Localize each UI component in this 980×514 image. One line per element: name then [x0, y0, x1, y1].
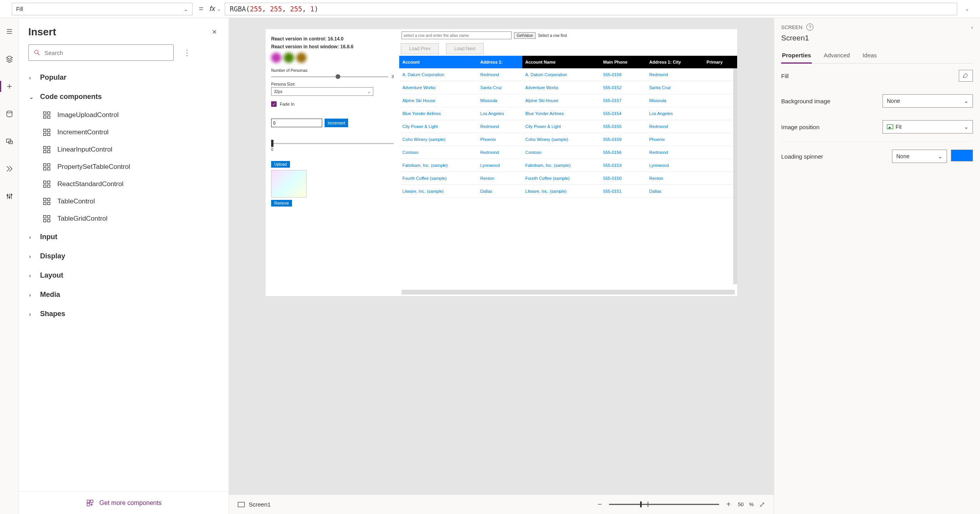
cell-link[interactable]: Missoula [649, 98, 666, 103]
breadcrumb[interactable]: Screen1 [238, 501, 271, 508]
canvas-viewport[interactable]: React version in control: 16.14.0 React … [229, 18, 774, 494]
linear-slider[interactable] [271, 143, 394, 144]
close-panel-button[interactable]: ✕ [209, 26, 219, 38]
cell-link[interactable]: Los Angeles [480, 111, 504, 116]
rail-hamburger[interactable] [0, 24, 19, 39]
formula-input[interactable]: RGBA(255, 255, 255, 1) [225, 3, 957, 15]
component-reactstandardcontrol[interactable]: ReactStandardControl [19, 176, 229, 193]
zoom-slider[interactable] [609, 504, 719, 505]
fill-color-button[interactable] [959, 70, 973, 82]
table-row[interactable]: Fourth Coffee (sample)RentonFourth Coffe… [399, 172, 737, 185]
column-header[interactable]: Primary [703, 56, 737, 68]
cell-link[interactable]: A. Datum Corporation [402, 72, 444, 77]
personas-slider[interactable]: 3 [271, 74, 394, 79]
cell-link[interactable]: Contoso [402, 150, 418, 155]
table-row[interactable]: City Power & LightRedmondCity Power & Li… [399, 120, 737, 133]
cell-link[interactable]: Coho Winery (sample) [402, 137, 445, 142]
cell-link[interactable]: Renton [480, 176, 494, 181]
cell-link[interactable]: Redmond [480, 124, 499, 129]
get-more-components-link[interactable]: Get more components [19, 491, 229, 514]
group-code-components[interactable]: ⌄Code components [19, 87, 229, 106]
cell-link[interactable]: Litware, Inc. (sample) [525, 189, 567, 194]
cell-link[interactable]: Redmond [480, 150, 499, 155]
search-input[interactable] [44, 49, 169, 56]
cell-link[interactable]: Fourth Coffee (sample) [402, 176, 447, 181]
cell-link[interactable]: 555-0152 [603, 85, 622, 90]
table-row[interactable]: ContosoRedmondContoso555-0156Redmond [399, 146, 737, 159]
overflow-menu-button[interactable]: ⋮ [180, 46, 194, 59]
rail-settings[interactable] [0, 188, 19, 204]
cell-link[interactable]: Coho Winery (sample) [525, 137, 568, 142]
increment-input[interactable] [271, 119, 322, 127]
zoom-out-button[interactable]: − [596, 500, 604, 509]
rail-power-automate[interactable] [0, 161, 19, 177]
component-tablecontrol[interactable]: TableControl [19, 193, 229, 210]
component-imageuploadcontrol[interactable]: ImageUploadControl [19, 106, 229, 124]
fullscreen-button[interactable]: ⤢ [759, 500, 765, 509]
group-media[interactable]: ›Media [19, 285, 229, 304]
cell-link[interactable]: Fourth Coffee (sample) [525, 176, 570, 181]
cell-link[interactable]: Phoenix [649, 137, 665, 142]
column-header[interactable]: Address 1: City [646, 56, 703, 68]
table-row[interactable]: Blue Yonder AirlinesLos AngelesBlue Yond… [399, 107, 737, 120]
cell-link[interactable]: 555-0154 [603, 111, 622, 116]
cell-link[interactable]: City Power & Light [402, 124, 438, 129]
cell-link[interactable]: City Power & Light [525, 124, 561, 129]
group-shapes[interactable]: ›Shapes [19, 304, 229, 324]
cell-link[interactable]: Santa Cruz [480, 85, 502, 90]
cell-link[interactable]: Redmond [649, 124, 668, 129]
cell-link[interactable]: Santa Cruz [649, 85, 671, 90]
tab-properties[interactable]: Properties [781, 49, 812, 63]
formula-expand-button[interactable]: ⌄ [961, 6, 973, 12]
zoom-in-button[interactable]: + [725, 500, 732, 509]
cell-link[interactable]: Lynnwood [649, 163, 669, 168]
cell-link[interactable]: 555-0151 [603, 189, 622, 194]
cell-link[interactable]: 555-0156 [603, 150, 622, 155]
group-layout[interactable]: ›Layout [19, 266, 229, 285]
component-linearinputcontrol[interactable]: LinearInputControl [19, 141, 229, 158]
table-row[interactable]: Adventure WorksSanta CruzAdventure Works… [399, 81, 737, 94]
fx-button[interactable]: fx ⌄ [210, 5, 221, 13]
cell-link[interactable]: 555-0158 [603, 72, 622, 77]
column-header[interactable]: Account [399, 56, 477, 68]
horizontal-scrollbar[interactable] [402, 290, 735, 294]
table-row[interactable]: Fabrikam, Inc. (sample)LynnwoodFabrikam,… [399, 159, 737, 172]
cell-link[interactable]: Litware, Inc. (sample) [402, 189, 444, 194]
cell-link[interactable]: 555-0155 [603, 124, 622, 129]
group-popular[interactable]: ›Popular [19, 68, 229, 87]
table-row[interactable]: Alpine Ski HouseMissoulaAlpine Ski House… [399, 94, 737, 107]
cell-link[interactable]: Blue Yonder Airlines [525, 111, 564, 116]
cell-link[interactable]: 555-0153 [603, 163, 622, 168]
cell-link[interactable]: Dallas [649, 189, 661, 194]
cell-link[interactable]: Renton [649, 176, 663, 181]
component-incrementcontrol[interactable]: IncrementControl [19, 124, 229, 141]
cell-link[interactable]: Alpine Ski House [402, 98, 435, 103]
loading-dropdown[interactable]: None⌄ [892, 150, 947, 163]
vertical-scrollbar[interactable] [733, 68, 737, 284]
cell-link[interactable]: Fabrikam, Inc. (sample) [402, 163, 448, 168]
upload-button[interactable]: Upload [271, 161, 290, 168]
cell-link[interactable]: A. Datum Corporation [525, 72, 567, 77]
group-input[interactable]: ›Input [19, 227, 229, 247]
cell-link[interactable]: Phoenix [480, 137, 496, 142]
cell-link[interactable]: Redmond [649, 72, 668, 77]
table-row[interactable]: Litware, Inc. (sample)DallasLitware, Inc… [399, 185, 737, 198]
cell-link[interactable]: Adventure Works [525, 85, 558, 90]
tab-ideas[interactable]: Ideas [862, 49, 878, 63]
chevron-right-icon[interactable]: › [971, 24, 973, 30]
tab-advanced[interactable]: Advanced [823, 49, 851, 63]
column-header[interactable]: Main Phone [600, 56, 646, 68]
remove-button[interactable]: Remove [271, 200, 292, 207]
table-row[interactable]: Coho Winery (sample)PhoenixCoho Winery (… [399, 133, 737, 146]
help-icon[interactable]: ? [806, 24, 813, 31]
cell-link[interactable]: Alpine Ski House [525, 98, 558, 103]
cell-link[interactable]: Los Angeles [649, 111, 673, 116]
increment-button[interactable]: Increment [325, 119, 348, 127]
cell-link[interactable]: Lynnwood [480, 163, 500, 168]
rail-media[interactable] [0, 134, 19, 149]
data-grid[interactable]: AccountAddress 1:Account NameMain PhoneA… [399, 56, 737, 290]
bgimage-dropdown[interactable]: None⌄ [883, 94, 973, 108]
cell-link[interactable]: Redmond [480, 72, 499, 77]
app-screen[interactable]: React version in control: 16.14.0 React … [266, 29, 737, 296]
rail-data[interactable] [0, 106, 19, 122]
